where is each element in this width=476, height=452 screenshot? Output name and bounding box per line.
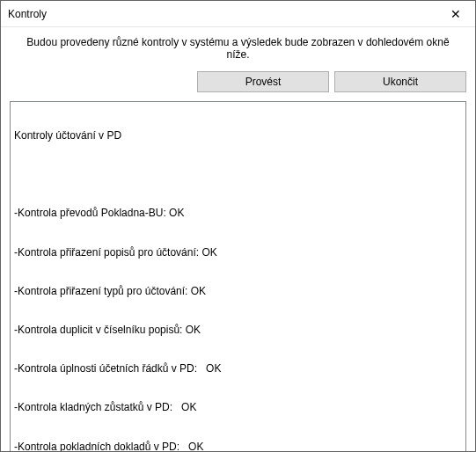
output-line: -Kontrola kladných zůstatků v PD: OK	[14, 400, 462, 414]
output-line: -Kontrola duplicit v číselníku popisů: O…	[14, 323, 462, 337]
instruction-text: Budou provedeny různé kontroly v systému…	[1, 27, 475, 68]
close-button[interactable]: ✕	[436, 1, 475, 27]
output-wrap: Kontroly účtování v PD -Kontrola převodů…	[1, 101, 475, 452]
output-panel[interactable]: Kontroly účtování v PD -Kontrola převodů…	[10, 101, 466, 452]
output-blank	[14, 167, 462, 181]
close-icon: ✕	[450, 7, 461, 21]
titlebar: Kontroly ✕	[1, 1, 475, 27]
content-area: Budou provedeny různé kontroly v systému…	[1, 27, 475, 452]
run-button[interactable]: Provést	[197, 71, 329, 92]
window-title: Kontroly	[8, 8, 47, 20]
output-header: Kontroly účtování v PD	[14, 128, 462, 142]
exit-button[interactable]: Ukončit	[334, 71, 466, 92]
button-row: Provést Ukončit	[1, 68, 475, 101]
output-line: -Kontrola úplnosti účetních řádků v PD: …	[14, 361, 462, 375]
output-line: -Kontrola přiřazení typů pro účtování: O…	[14, 284, 462, 298]
output-line: -Kontrola převodů Pokladna-BU: OK	[14, 206, 462, 220]
output-line: -Kontrola pokladních dokladů v PD: OK	[14, 440, 462, 453]
output-line: -Kontrola přiřazení popisů pro účtování:…	[14, 245, 462, 259]
